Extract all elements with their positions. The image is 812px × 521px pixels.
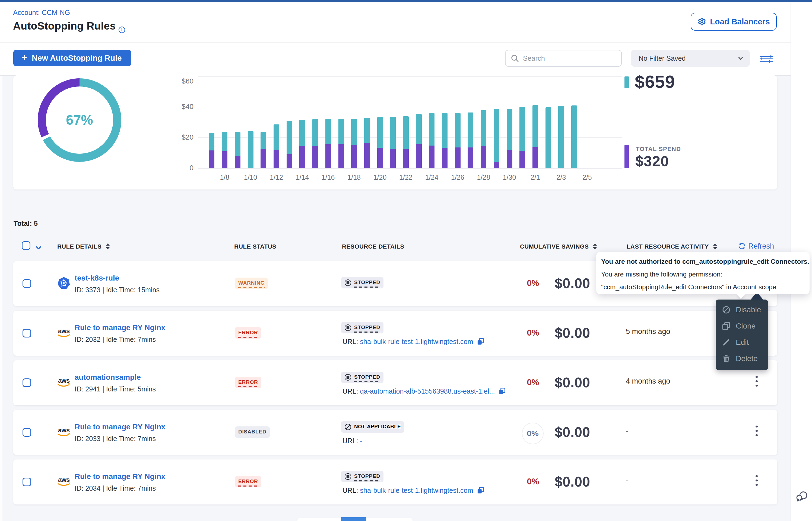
svg-text:aws: aws	[58, 426, 70, 434]
svg-text:aws: aws	[58, 377, 70, 384]
svg-text:aws: aws	[58, 476, 70, 483]
svg-text:aws: aws	[58, 327, 70, 335]
